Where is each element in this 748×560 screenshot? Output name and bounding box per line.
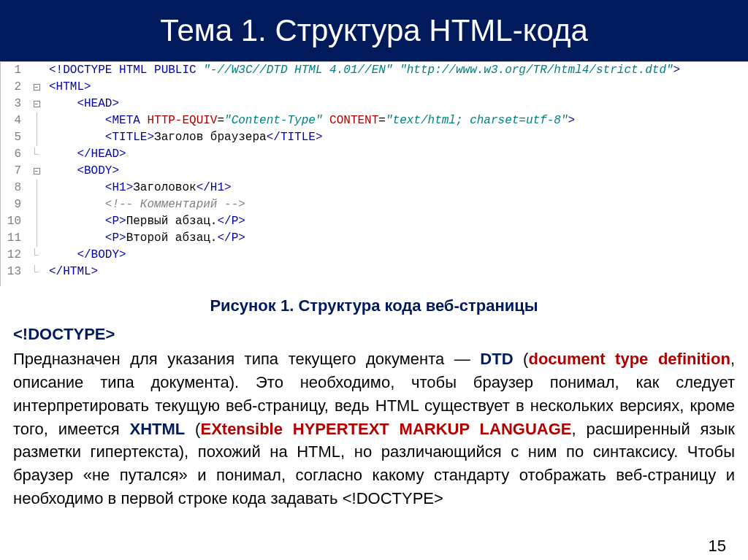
code-line: 1<!DOCTYPE HTML PUBLIC "-//W3C//DTD HTML… [1,62,748,79]
paragraph: Предназначен для указания типа текущего … [13,348,735,510]
line-number: 8 [1,180,28,196]
code-line: 3− <HEAD> [1,96,748,112]
fold-gutter: − [28,84,45,91]
line-number: 6 [1,146,28,163]
code-line: 13</HTML> [1,264,748,280]
fold-gutter [28,213,45,230]
line-number: 5 [1,129,28,146]
line-number: 3 [1,96,28,112]
line-number: 9 [1,196,28,213]
fold-gutter [28,252,45,259]
code-line: 8 <H1>Заголовок</H1> [1,180,748,196]
code-editor: 1<!DOCTYPE HTML PUBLIC "-//W3C//DTD HTML… [0,61,748,286]
code-content: <P>Первый абзац.</P> [45,213,245,230]
doctype-heading: <!DOCTYPE> [13,323,735,346]
fold-gutter [28,269,45,276]
page-number: 15 [709,537,726,556]
code-content: <BODY> [45,163,119,180]
code-line: 10 <P>Первый абзац.</P> [1,213,748,230]
code-content: <TITLE>Заголов браузера</TITLE> [45,129,323,146]
code-content: <H1>Заголовок</H1> [45,180,232,196]
line-number: 7 [1,163,28,180]
line-number: 10 [1,213,28,230]
code-content: </BODY> [45,247,126,264]
code-content: <HEAD> [45,96,119,112]
line-number: 1 [1,62,28,79]
code-line: 7− <BODY> [1,163,748,180]
code-line: 12 </BODY> [1,247,748,264]
code-content: </HTML> [45,264,98,280]
code-line: 2−<HTML> [1,79,748,96]
fold-toggle-icon[interactable]: − [34,168,40,174]
fold-gutter [28,112,45,129]
code-content: <META HTTP-EQUIV="Content-Type" CONTENT=… [45,112,575,129]
fold-gutter [28,180,45,196]
line-number: 11 [1,230,28,247]
line-number: 4 [1,112,28,129]
code-line: 6 </HEAD> [1,146,748,163]
line-number: 13 [1,264,28,280]
fold-toggle-icon[interactable]: − [34,84,40,91]
code-content: <!DOCTYPE HTML PUBLIC "-//W3C//DTD HTML … [45,62,680,79]
fold-gutter [28,196,45,213]
code-content: </HEAD> [45,146,126,163]
code-content: <HTML> [45,79,91,96]
code-content: <P>Второй абзац.</P> [45,230,245,247]
fold-gutter [28,129,45,146]
fold-toggle-icon[interactable]: − [34,101,40,107]
code-line: 9 <!-- Комментарий --> [1,196,748,213]
body-text: <!DOCTYPE> Предназначен для указания тип… [0,323,748,510]
fold-gutter [28,230,45,247]
code-line: 11 <P>Второй абзац.</P> [1,230,748,247]
slide-title: Тема 1. Структура HTML-кода [0,0,748,61]
fold-gutter: − [28,101,45,107]
fold-gutter: − [28,168,45,174]
code-line: 5 <TITLE>Заголов браузера</TITLE> [1,129,748,146]
fold-gutter [28,151,45,158]
line-number: 12 [1,247,28,264]
code-content: <!-- Комментарий --> [45,196,245,213]
code-line: 4 <META HTTP-EQUIV="Content-Type" CONTEN… [1,112,748,129]
line-number: 2 [1,79,28,96]
figure-caption: Рисунок 1. Структура кода веб-страницы [0,296,748,315]
